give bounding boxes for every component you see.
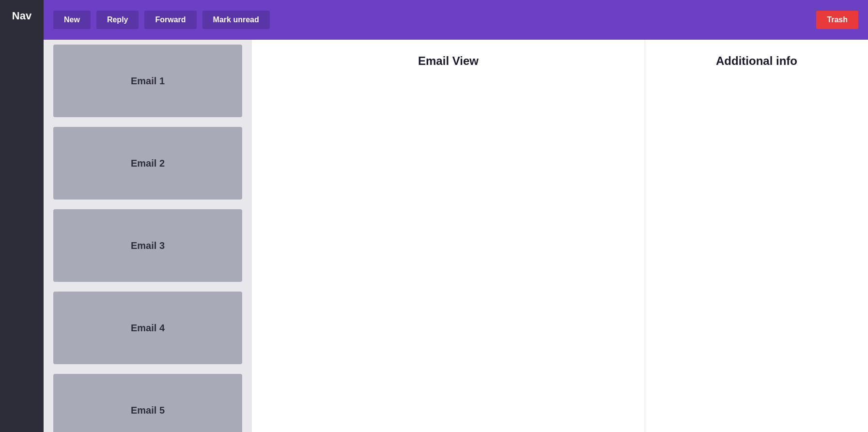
list-item[interactable]: Email 5 xyxy=(53,374,242,432)
sidebar: Nav xyxy=(0,0,44,432)
toolbar-right: Trash xyxy=(816,11,858,29)
forward-button[interactable]: Forward xyxy=(144,11,196,29)
trash-button[interactable]: Trash xyxy=(816,11,858,29)
main-container: New Reply Forward Mark unread Trash Emai… xyxy=(44,0,868,432)
toolbar: New Reply Forward Mark unread Trash xyxy=(44,0,868,40)
content-area: Email 1 Email 2 Email 3 Email 4 Email 5 … xyxy=(44,40,868,432)
email-item-label: Email 5 xyxy=(131,405,165,416)
additional-info-title: Additional info xyxy=(716,54,797,68)
email-view-panel: Email View xyxy=(252,40,645,432)
email-view-title: Email View xyxy=(418,54,479,68)
email-item-label: Email 3 xyxy=(131,240,165,251)
list-item[interactable]: Email 2 xyxy=(53,127,242,200)
list-item[interactable]: Email 1 xyxy=(53,45,242,117)
list-item[interactable]: Email 3 xyxy=(53,209,242,282)
additional-info-panel: Additional info xyxy=(645,40,868,432)
list-item[interactable]: Email 4 xyxy=(53,292,242,364)
sidebar-label: Nav xyxy=(12,10,31,22)
toolbar-left: New Reply Forward Mark unread xyxy=(53,11,816,29)
email-item-label: Email 4 xyxy=(131,323,165,334)
mark-unread-button[interactable]: Mark unread xyxy=(202,11,270,29)
email-list-panel[interactable]: Email 1 Email 2 Email 3 Email 4 Email 5 xyxy=(44,40,252,432)
new-button[interactable]: New xyxy=(53,11,91,29)
email-item-label: Email 1 xyxy=(131,76,165,87)
reply-button[interactable]: Reply xyxy=(96,11,139,29)
email-item-label: Email 2 xyxy=(131,158,165,169)
